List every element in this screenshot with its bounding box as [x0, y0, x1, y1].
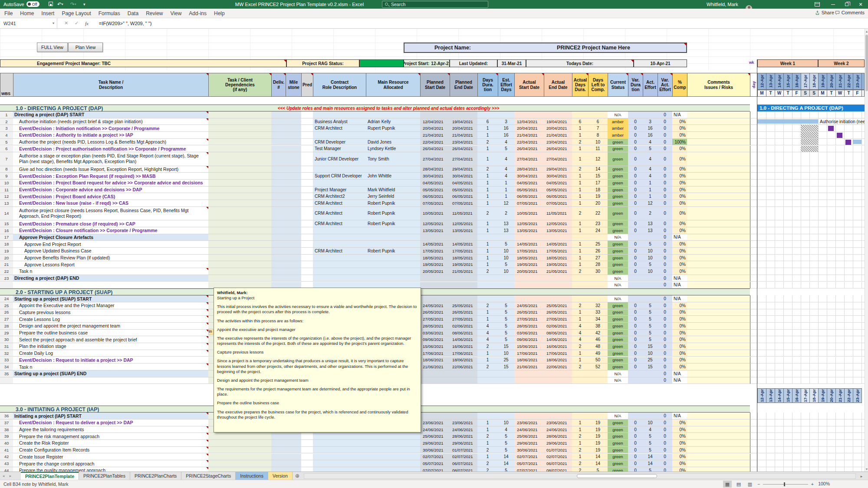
cell-pe[interactable] [450, 295, 478, 302]
cell-as[interactable]: 25/06/2021 [514, 433, 544, 440]
cell-st[interactable]: green [608, 268, 628, 275]
cell-pc[interactable]: 0% [672, 200, 687, 207]
cell-as[interactable]: 05/05/2021 [514, 187, 544, 193]
cell-as[interactable] [514, 234, 544, 241]
cell-dl[interactable]: 50 [588, 357, 608, 364]
cell-com[interactable] [687, 316, 750, 323]
cell-ae[interactable]: 02/06/2021 [544, 323, 572, 330]
scroll-up-icon[interactable]: ▲ [865, 29, 868, 34]
cell-pred[interactable] [301, 111, 313, 118]
cell-mile[interactable] [286, 173, 302, 180]
cell-dd[interactable]: 1 [477, 261, 498, 268]
cell-ps[interactable] [420, 377, 450, 384]
cell-task[interactable]: Event/Decision : Exception Plan Request … [13, 173, 209, 180]
cell-pc[interactable]: 0% [672, 125, 687, 132]
cell-role[interactable] [313, 275, 366, 282]
cell-vd[interactable] [628, 370, 643, 377]
cell-pc[interactable]: N/A [672, 282, 687, 289]
cell-com[interactable] [687, 255, 750, 262]
cell-st[interactable]: N/A [608, 282, 628, 289]
gantt-row[interactable] [757, 447, 865, 454]
cell-pe[interactable]: 17/05/2021 [450, 248, 478, 255]
column-header-dd[interactable]: Days Dura. tion [477, 73, 498, 97]
milestone-marker[interactable] [837, 133, 842, 138]
cell-as[interactable]: 28/04/2021 [514, 166, 544, 173]
cell-vd[interactable]: 0 [628, 152, 643, 166]
cell-com[interactable] [687, 350, 750, 357]
cell-com[interactable] [687, 413, 750, 419]
cell-ps[interactable]: 05/07/2021 [420, 460, 450, 467]
cell-task[interactable]: Prepare the outline business case [13, 330, 209, 337]
cell-vd[interactable]: 0 [628, 166, 643, 173]
milestone-marker[interactable] [828, 126, 834, 131]
cell-dep[interactable] [208, 187, 272, 193]
row-number[interactable]: 27 [0, 316, 13, 323]
cell-ad[interactable]: 1 [572, 241, 589, 248]
cell-task[interactable]: Event/Decision : Corporate advice and de… [13, 187, 209, 193]
cell-ps[interactable]: 20/04/2021 [420, 125, 450, 132]
cell-dl[interactable] [588, 111, 608, 118]
cell-as[interactable]: 19/05/2021 [514, 261, 544, 268]
cell-pred[interactable] [301, 460, 313, 467]
cell-ad[interactable]: 1 [572, 152, 589, 166]
cell-as[interactable]: 27/05/2021 [514, 316, 544, 323]
cell-deliv[interactable] [271, 454, 286, 461]
cell-ps[interactable]: 04/05/2021 [420, 180, 450, 187]
cell-deliv[interactable] [271, 460, 286, 467]
cell-pred[interactable] [301, 146, 313, 153]
hscroll-right-icon[interactable]: ▸ [858, 473, 865, 479]
cell-vd[interactable]: 0 [628, 440, 643, 447]
cell-dd[interactable]: 1 [477, 309, 498, 316]
cell-task[interactable] [13, 377, 209, 384]
cell-pred[interactable] [301, 433, 313, 440]
cell-st[interactable]: green [608, 173, 628, 180]
cell-as[interactable] [514, 370, 544, 377]
comments-button[interactable]: Comments [835, 10, 865, 15]
cell-pe[interactable]: 18/05/2021 [450, 255, 478, 262]
cell-ae[interactable]: 17/06/2021 [544, 350, 572, 357]
last-updated-label[interactable]: Last Updated: [450, 59, 497, 67]
cell-ps[interactable]: 30/06/2021 [420, 447, 450, 454]
cell-pc[interactable]: N/A [672, 413, 687, 419]
cell-aef[interactable]: 5 [643, 433, 658, 440]
name-box[interactable]: W241▾ [0, 18, 57, 28]
rag-status-label[interactable]: Project RAG Status: [286, 59, 359, 67]
cell-ee[interactable]: 10 [498, 350, 515, 357]
cell-pc[interactable]: 0% [672, 309, 687, 316]
cell-res[interactable]: Adrian Kelly [366, 118, 421, 125]
cell-as[interactable]: 20/05/2021 [514, 268, 544, 275]
row-number[interactable]: 6 [0, 146, 13, 153]
cell-pc[interactable]: 0% [672, 207, 687, 220]
gantt-date-header[interactable]: 16-Apr [792, 73, 801, 90]
row-number[interactable]: 11 [0, 187, 13, 193]
cell-role[interactable]: CRM Architect [313, 200, 366, 207]
cell-pe[interactable]: 27/04/2021 [450, 152, 478, 166]
cell-vae[interactable]: 0 [658, 330, 673, 337]
cell-ae[interactable]: 06/05/2021 [544, 193, 572, 200]
row-number[interactable]: 8 [0, 166, 13, 173]
cell-ps[interactable]: 26/04/2021 [420, 146, 450, 153]
cell-ad[interactable] [572, 377, 589, 384]
cell-aef[interactable]: 16 [643, 132, 658, 139]
cell-ae[interactable] [544, 282, 572, 289]
share-button[interactable]: Share [815, 10, 834, 15]
cell-dl[interactable]: 12 [588, 152, 608, 166]
cell-mile[interactable] [286, 111, 302, 118]
normal-view-icon[interactable]: ▦ [723, 481, 732, 488]
cell-ae[interactable]: 19/04/2021 [544, 118, 572, 125]
cell-vae[interactable]: 0 [658, 282, 673, 289]
cell-com[interactable] [687, 166, 750, 173]
row-number[interactable]: 32 [0, 350, 13, 357]
cell-ee[interactable]: 10 [498, 255, 515, 262]
cell-aef[interactable]: 13 [643, 227, 658, 234]
save-icon[interactable] [49, 2, 53, 6]
cell-dl[interactable]: 26 [588, 248, 608, 255]
todays-date-value[interactable]: 10-Apr-21 [634, 59, 687, 67]
cell-deliv[interactable] [271, 132, 286, 139]
cell-ad[interactable]: 2 [572, 139, 589, 146]
cell-dl[interactable] [588, 295, 608, 302]
cell-ps[interactable]: 22/04/2021 [420, 139, 450, 146]
cell-ps[interactable]: 18/06/2021 [420, 357, 450, 364]
cell-role[interactable] [313, 440, 366, 447]
cell-pe[interactable]: 13/05/2021 [450, 227, 478, 234]
